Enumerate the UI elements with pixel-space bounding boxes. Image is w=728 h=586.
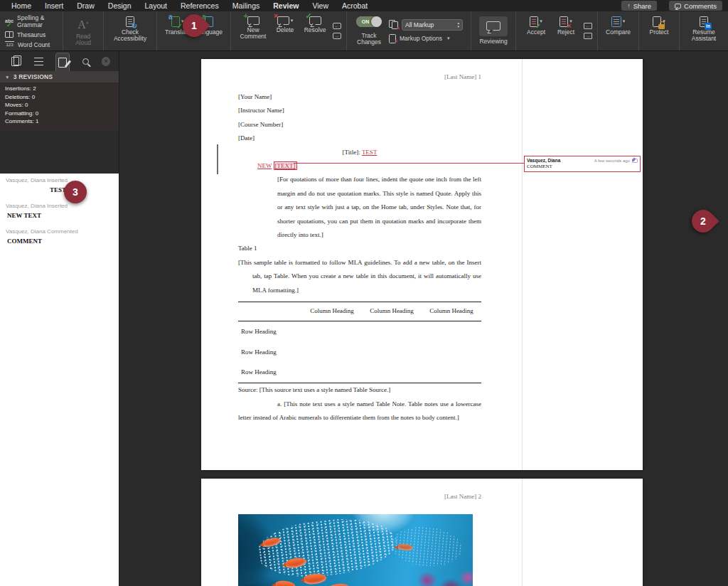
document-page-2: [Last Name] 2	[201, 479, 643, 586]
protect-button[interactable]: ▾ Protect	[644, 14, 674, 48]
reviewing-group: Reviewing	[471, 11, 516, 50]
markup-options-caret-icon: ▾	[447, 36, 450, 41]
comments-button[interactable]: Comments	[669, 1, 722, 11]
tab-headings[interactable]	[32, 53, 46, 69]
next-comment-button[interactable]: →	[333, 33, 341, 39]
next-change-button[interactable]: →	[584, 33, 592, 39]
previous-change-button[interactable]: ←	[584, 23, 592, 29]
page1-body[interactable]: [Your Name] [Instructor Name] [Course Nu…	[238, 90, 481, 425]
orange-coral	[417, 578, 460, 586]
accessibility-group: ↻ Check Accessibility	[104, 11, 157, 50]
new-comment-button[interactable]: + New Comment	[236, 14, 270, 48]
changes-group: ✓ ▾ Accept × ▾ Reject ← →	[516, 11, 598, 50]
annotation-step-3-badge: 3	[64, 181, 87, 203]
menu-design[interactable]: Design	[108, 0, 132, 11]
tab-revisions-active[interactable]	[55, 53, 70, 71]
menu-view[interactable]: View	[312, 0, 328, 11]
menu-insert[interactable]: Insert	[45, 0, 63, 11]
previous-comment-button[interactable]: ←	[333, 23, 341, 29]
read-aloud-group: A» Read Aloud	[63, 11, 104, 50]
reviewing-button[interactable]: Reviewing	[476, 14, 510, 48]
search-icon	[82, 58, 89, 65]
comment-card[interactable]: Vasquez, Diana A few seconds ago COMMENT	[524, 156, 641, 172]
reject-change-button[interactable]: × ▾ Reject	[551, 14, 581, 48]
doc-inserted-line: NEW [TEXT]	[238, 159, 481, 173]
compare-button[interactable]: ▾ Compare	[603, 14, 633, 48]
markup-area-divider	[522, 479, 523, 586]
proofing-group: abc✓ Spelling & Grammar Thesaurus 123 Wo…	[0, 11, 63, 50]
resolve-comment-button[interactable]: ✓ Resolve	[300, 14, 330, 48]
check-accessibility-button[interactable]: ↻ Check Accessibility	[109, 14, 151, 48]
accept-change-icon: ✓	[530, 16, 538, 27]
read-aloud-button[interactable]: A» Read Aloud	[68, 14, 98, 48]
headings-list-icon	[34, 58, 43, 65]
table-col-heading: Column Heading	[422, 304, 481, 318]
delete-caret-icon: ▾	[291, 18, 294, 23]
close-sidebar-button[interactable]: ×	[102, 57, 110, 66]
menu-references[interactable]: References	[181, 0, 219, 11]
resume-assistant-button[interactable]: in Resume Assistant	[685, 14, 723, 48]
tracked-insertion-new: NEW	[257, 162, 272, 169]
delete-comment-button[interactable]: × ▾ Delete	[270, 14, 300, 48]
markup-options-button[interactable]: × Markup Options ▾	[389, 34, 463, 43]
revision-item[interactable]: Vasquez, Diana Commented COMMENT	[6, 228, 113, 245]
markup-area-divider	[522, 59, 523, 470]
table-row: Row Heading	[238, 342, 481, 363]
table-note: a. [This note text uses a style named Ta…	[238, 398, 481, 425]
disclosure-triangle-icon: ▼	[5, 75, 10, 80]
markup-view-icon: ×	[389, 20, 398, 29]
table-source-line: Source: [This source text uses a style n…	[238, 383, 481, 397]
track-changes-toggle[interactable]: ON	[356, 16, 382, 27]
revisions-header[interactable]: ▼ 3 REVISIONS	[0, 71, 119, 82]
review-ribbon: abc✓ Spelling & Grammar Thesaurus 123 Wo…	[0, 11, 728, 51]
doc-quote-paragraph: [For quotations of more than four lines,…	[238, 173, 481, 242]
table-row: Row Heading	[238, 321, 481, 342]
spelling-grammar-button[interactable]: abc✓ Spelling & Grammar	[5, 14, 58, 28]
word-count-icon: 123	[5, 41, 14, 48]
compare-caret-icon: ▾	[623, 18, 626, 24]
menu-acrobat[interactable]: Acrobat	[342, 0, 368, 11]
reject-change-icon: ×	[560, 16, 568, 27]
doc-line-course: [Course Number]	[238, 118, 481, 132]
markup-view-select[interactable]: All Markup ▴▾	[402, 19, 463, 31]
accept-change-button[interactable]: ✓ ▾ Accept	[521, 14, 551, 48]
word-count-button[interactable]: 123 Word Count	[5, 41, 58, 48]
comment-reply-icon[interactable]	[632, 159, 638, 163]
select-arrows-icon: ▴▾	[458, 21, 460, 28]
menu-layout[interactable]: Layout	[144, 0, 167, 11]
menu-review-active[interactable]: Review	[273, 0, 299, 12]
stat-comments: Comments: 1	[5, 117, 114, 126]
share-button[interactable]: ↑ Share	[621, 1, 657, 11]
menu-draw[interactable]: Draw	[77, 0, 95, 11]
comment-bubble-icon	[675, 4, 681, 9]
comment-timestamp: A few seconds ago	[594, 159, 630, 163]
document-page-1: [Last Name] 1 [Your Name] [Instructor Na…	[201, 59, 643, 470]
compare-group: ▾ Compare	[598, 11, 639, 50]
reviewing-icon	[486, 21, 500, 31]
resume-assistant-icon: in	[700, 16, 708, 27]
revision-item[interactable]: Vasquez, Diana Inserted TEST	[6, 177, 113, 193]
check-accessibility-icon: ↻	[126, 16, 134, 27]
table-caption: Table 1	[238, 242, 481, 255]
read-aloud-icon: A»	[77, 16, 89, 31]
stat-insertions: Insertions: 2	[5, 85, 114, 93]
stat-formatting: Formatting: 0	[5, 110, 114, 118]
tab-search[interactable]	[79, 53, 93, 69]
table-row: Row Heading	[238, 363, 481, 383]
spelling-grammar-icon: abc✓	[5, 18, 14, 23]
menu-mailings[interactable]: Mailings	[232, 0, 260, 11]
doc-line-instructor: [Instructor Name]	[238, 104, 481, 117]
annotation-step-2-badge: 2	[687, 205, 719, 237]
comment-body: COMMENT	[527, 164, 638, 169]
translate-icon: a ✓	[171, 16, 180, 27]
table-description: [This sample table is formatted to follo…	[238, 256, 481, 297]
table-col-heading: Column Heading	[302, 304, 362, 318]
doc-title-line: [Title]: TEST	[238, 146, 481, 159]
menu-home[interactable]: Home	[11, 0, 31, 11]
revision-item[interactable]: Vasquez, Diana Inserted NEW TEXT	[6, 203, 113, 219]
lock-icon	[658, 24, 665, 29]
tracked-insertion-title: TEST	[362, 149, 378, 156]
tab-thumbnails[interactable]	[9, 53, 23, 69]
thesaurus-button[interactable]: Thesaurus	[5, 31, 58, 38]
mla-sample-table: Column Heading Column Heading Column Hea…	[238, 302, 481, 383]
